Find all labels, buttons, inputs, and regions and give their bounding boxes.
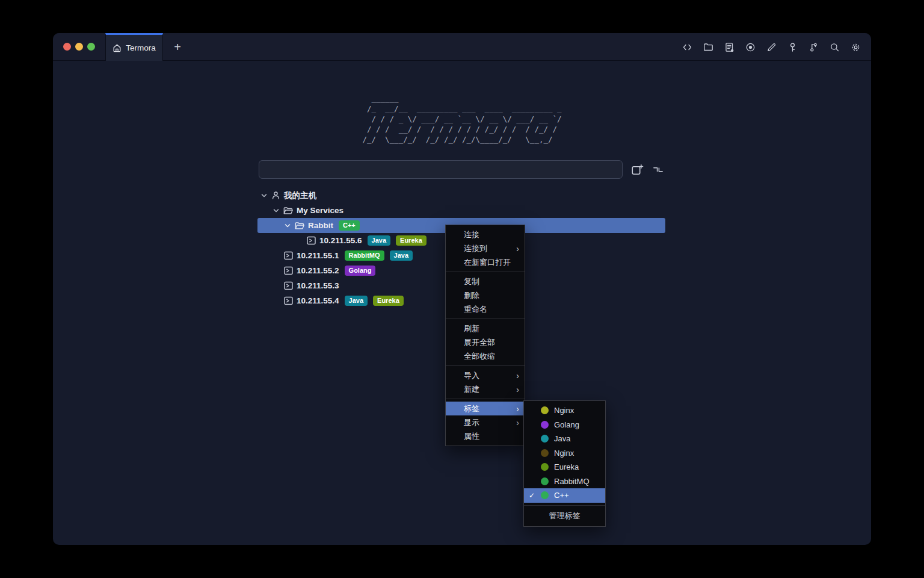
add-host-icon[interactable] [629, 161, 645, 178]
submenu-arrow-icon: › [516, 385, 519, 394]
context-menu: 连接 连接到› 在新窗口打开 复制 删除 重命名 刷新 展开全部 全部收缩 导入… [445, 225, 525, 446]
ascii-logo-text: ______ /_ __/__ _________ ___ ____ _____… [362, 93, 561, 144]
submenu-item-java[interactable]: Java [524, 432, 605, 446]
new-tab-button[interactable]: + [167, 33, 188, 61]
menu-item-copy[interactable]: 复制 [446, 275, 525, 288]
menu-separator [446, 272, 525, 272]
submenu-arrow-icon: › [516, 418, 519, 427]
tag-submenu: Nginx Golang Java Nginx Eureka RabbitMQ … [523, 400, 606, 527]
tag-badge: C++ [339, 220, 360, 231]
tree-item-my-hosts[interactable]: 我的主机 [257, 188, 665, 203]
menu-item-refresh[interactable]: 刷新 [446, 322, 525, 335]
layout-icon[interactable] [650, 161, 666, 178]
tag-color-dot [541, 406, 549, 414]
terminal-icon [307, 236, 316, 245]
submenu-item-eureka[interactable]: Eureka [524, 460, 605, 474]
close-window-button[interactable] [63, 43, 71, 51]
tag-color-dot [541, 435, 549, 443]
tag-color-dot [541, 449, 549, 457]
submenu-item-golang[interactable]: Golang [524, 418, 605, 432]
tag-badge: Eureka [373, 296, 404, 306]
user-icon [271, 191, 280, 200]
tab-title: Termora [126, 43, 156, 52]
terminal-icon [284, 266, 293, 275]
gear-icon[interactable] [848, 40, 863, 54]
folder-open-icon [295, 222, 304, 230]
check-icon: ✓ [529, 491, 535, 500]
menu-separator [524, 505, 605, 506]
folder-icon[interactable] [701, 40, 715, 54]
tree-item-label: 10.211.55.6 [319, 236, 362, 245]
log-icon[interactable] [722, 40, 736, 54]
tag-badge: Java [368, 235, 390, 246]
menu-item-expand-all[interactable]: 展开全部 [446, 335, 525, 349]
menu-item-open-in-new-window[interactable]: 在新窗口打开 [446, 255, 525, 269]
menu-item-delete[interactable]: 删除 [446, 288, 525, 302]
folder-open-icon [283, 207, 293, 215]
menu-item-connect-to[interactable]: 连接到› [446, 241, 525, 255]
terminal-icon [284, 251, 293, 260]
submenu-arrow-icon: › [516, 371, 519, 380]
menu-item-tags[interactable]: 标签› [446, 402, 525, 415]
tree-item-label: 10.211.55.4 [297, 296, 339, 305]
edit-pencil-icon[interactable] [764, 40, 778, 54]
tree-item-label: 10.211.55.2 [297, 266, 339, 275]
tag-badge: Eureka [396, 235, 427, 246]
tree-item-label: Rabbit [308, 221, 333, 230]
chevron-down-icon[interactable] [284, 222, 291, 229]
submenu-item-rabbitmq[interactable]: RabbitMQ [524, 474, 605, 489]
tree-item-label: My Services [297, 206, 343, 215]
submenu-arrow-icon: › [516, 405, 519, 413]
tree-item-label: 10.211.55.1 [297, 251, 339, 260]
submenu-item-cpp-checked[interactable]: ✓C++ [524, 488, 605, 503]
code-icon[interactable] [680, 40, 694, 54]
toolbar [680, 33, 863, 61]
submenu-item-nginx[interactable]: Nginx [524, 403, 605, 418]
chevron-down-icon[interactable] [260, 192, 268, 199]
tag-badge: Golang [345, 266, 376, 276]
menu-separator [446, 319, 525, 319]
tab-termora[interactable]: Termora [105, 33, 163, 61]
key-icon[interactable] [785, 40, 799, 54]
menu-separator [446, 365, 525, 366]
menu-item-properties[interactable]: 属性 [446, 429, 525, 443]
chevron-down-icon[interactable] [273, 207, 280, 214]
submenu-arrow-icon: › [516, 244, 519, 253]
tree-item-label: 我的主机 [284, 190, 316, 201]
search-icon[interactable] [827, 40, 842, 54]
menu-item-new[interactable]: 新建› [446, 382, 525, 396]
tag-color-dot [541, 421, 549, 429]
menu-separator [446, 399, 525, 399]
home-icon [112, 43, 122, 52]
record-icon[interactable] [743, 40, 757, 54]
host-search-input[interactable] [259, 160, 623, 179]
tag-badge: Java [390, 250, 413, 261]
tag-badge: Java [345, 296, 368, 306]
window-controls [63, 43, 95, 51]
termora-window: Termora + [53, 33, 871, 545]
title-bar: Termora + [53, 33, 871, 61]
terminal-icon [284, 296, 293, 305]
menu-item-connect[interactable]: 连接 [446, 228, 525, 241]
tag-color-dot [541, 477, 549, 485]
maximize-window-button[interactable] [87, 43, 95, 51]
menu-item-collapse-all[interactable]: 全部收缩 [446, 349, 525, 363]
terminal-icon [284, 281, 293, 290]
tag-badge: RabbitMQ [345, 250, 384, 261]
submenu-item-nginx-2[interactable]: Nginx [524, 446, 605, 461]
tag-color-dot [541, 463, 549, 471]
minimize-window-button[interactable] [75, 43, 83, 51]
menu-item-import[interactable]: 导入› [446, 368, 525, 382]
tag-color-dot [541, 491, 549, 499]
tree-item-my-services[interactable]: My Services [257, 203, 665, 218]
menu-item-rename[interactable]: 重命名 [446, 302, 525, 316]
tree-item-label: 10.211.55.3 [297, 281, 339, 290]
branch-icon[interactable] [806, 40, 821, 54]
menu-item-show[interactable]: 显示› [446, 415, 525, 429]
manage-tags-item[interactable]: 管理标签 [524, 508, 605, 524]
ascii-logo: ______ /_ __/__ _________ ___ ____ _____… [53, 93, 871, 144]
